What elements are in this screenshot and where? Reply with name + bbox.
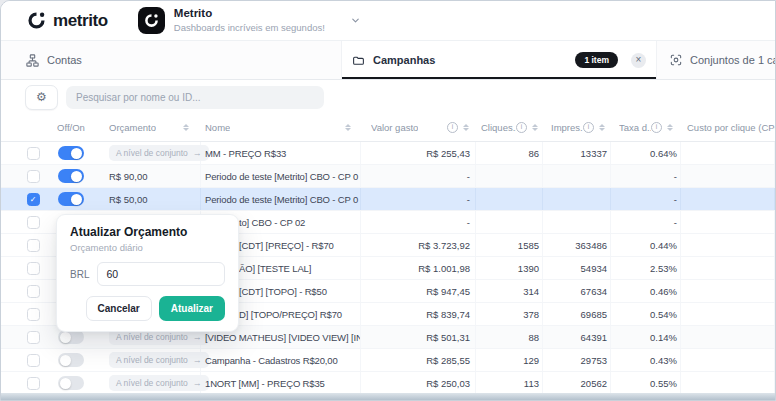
- ctr-cell: 0.64%: [611, 142, 681, 164]
- col-header-label: Taxa d...: [619, 122, 651, 133]
- col-header-label: Valor gasto: [371, 122, 418, 133]
- budget-value[interactable]: R$ 90,00: [109, 171, 148, 182]
- set-level-badge[interactable]: A nível de conjunto→: [109, 352, 209, 368]
- spend-cell: R$ 285,55: [361, 349, 476, 371]
- clicks-cell: 1390: [476, 257, 543, 279]
- info-icon[interactable]: i: [516, 122, 527, 133]
- impressions-cell: 64391: [543, 326, 611, 348]
- row-checkbox[interactable]: [27, 239, 40, 252]
- row-checkbox[interactable]: [27, 147, 40, 160]
- toolbar: ⚙: [1, 80, 775, 114]
- clicks-cell: 113: [476, 372, 543, 394]
- sort-icon[interactable]: [463, 124, 469, 132]
- ctr-cell: -: [611, 165, 681, 187]
- col-header-cpc: Custo por clique (CPC): [681, 114, 775, 141]
- col-header-taxa[interactable]: Taxa d...i: [611, 114, 681, 141]
- row-toggle[interactable]: [58, 192, 84, 206]
- app-window: metrito Metrito Dashboards incríveis em …: [0, 0, 776, 401]
- tab-campanhas[interactable]: Campanhas 1 item ×: [341, 41, 657, 79]
- col-header-off-on: Off/On: [47, 114, 95, 141]
- metrito-logo-icon: [27, 11, 46, 30]
- sort-icon[interactable]: [532, 124, 538, 132]
- workspace-title: Metrito: [174, 7, 325, 21]
- col-header-cliques[interactable]: Cliques...i: [476, 114, 543, 141]
- set-level-badge[interactable]: A nível de conjunto→: [109, 375, 209, 391]
- col-header-nome[interactable]: Nome: [201, 114, 361, 141]
- sort-icon[interactable]: [183, 124, 189, 132]
- clicks-cell: 314: [476, 280, 543, 302]
- ctr-cell: 0.44%: [611, 234, 681, 256]
- row-checkbox[interactable]: [27, 308, 40, 321]
- popup-buttons: Cancelar Atualizar: [70, 296, 225, 321]
- cancel-button[interactable]: Cancelar: [86, 296, 152, 321]
- impressions-cell: [543, 188, 611, 210]
- col-header-valor-gasto[interactable]: Valor gastoi: [361, 114, 476, 141]
- info-icon[interactable]: i: [583, 122, 594, 133]
- spend-cell: -: [361, 211, 476, 233]
- row-toggle[interactable]: [58, 376, 84, 390]
- close-icon[interactable]: ×: [631, 53, 646, 68]
- col-header-select-all: [19, 114, 47, 141]
- sort-icon[interactable]: [667, 124, 673, 132]
- sort-icon[interactable]: [345, 124, 351, 132]
- tab-contas[interactable]: Contas: [25, 41, 82, 79]
- app-header: metrito Metrito Dashboards incríveis em …: [1, 1, 775, 41]
- brand-name: metrito: [53, 11, 108, 31]
- set-level-badge[interactable]: A nível de conjunto→: [109, 145, 209, 161]
- row-toggle[interactable]: [58, 169, 84, 183]
- toggle-knob: [71, 171, 82, 182]
- ctr-cell: 0.55%: [611, 372, 681, 394]
- table-row: A nível de conjunto→Campanha - Cadastros…: [1, 349, 775, 372]
- impressions-cell: 69685: [543, 303, 611, 325]
- clicks-cell: 88: [476, 326, 543, 348]
- campaign-name: MM - PREÇO R$33: [205, 148, 286, 159]
- gear-icon: ⚙: [36, 90, 47, 104]
- col-header-orcamento[interactable]: Orçamento: [95, 114, 201, 141]
- adsets-scan-icon: [669, 53, 683, 67]
- ctr-cell: 0.14%: [611, 326, 681, 348]
- spend-cell: -: [361, 188, 476, 210]
- row-toggle[interactable]: [58, 353, 84, 367]
- info-icon[interactable]: i: [447, 122, 458, 133]
- spend-cell: R$ 250,03: [361, 372, 476, 394]
- sort-icon[interactable]: [599, 124, 605, 132]
- table-row: A nível de conjunto→MM - PREÇO R$33R$ 25…: [1, 142, 775, 165]
- row-checkbox[interactable]: [27, 216, 40, 229]
- col-header-impressoes[interactable]: Impres...i: [543, 114, 611, 141]
- row-checkbox[interactable]: [27, 377, 40, 390]
- horizontal-scrollbar[interactable]: [1, 393, 775, 400]
- popup-title: Atualizar Orçamento: [70, 225, 225, 239]
- workspace-selector[interactable]: Metrito Dashboards incríveis em segundos…: [138, 7, 361, 34]
- row-checkbox[interactable]: [27, 262, 40, 275]
- row-toggle[interactable]: [58, 330, 84, 344]
- row-checkbox[interactable]: [27, 285, 40, 298]
- col-header-label: Impres...: [551, 122, 583, 133]
- clicks-cell: 129: [476, 349, 543, 371]
- row-checkbox[interactable]: ✓: [27, 193, 40, 206]
- chevron-down-icon[interactable]: [350, 15, 361, 26]
- accounts-hierarchy-icon: [25, 53, 40, 68]
- cpc-cell: [681, 188, 775, 210]
- ctr-cell: 2.53%: [611, 257, 681, 279]
- budget-input[interactable]: [97, 262, 225, 286]
- clicks-cell: 86: [476, 142, 543, 164]
- spend-cell: -: [361, 165, 476, 187]
- row-checkbox[interactable]: [27, 170, 40, 183]
- budget-value[interactable]: R$ 50,00: [109, 194, 148, 205]
- spend-cell: R$ 947,45: [361, 280, 476, 302]
- tab-conjuntos[interactable]: Conjuntos de 1 campan: [669, 41, 776, 79]
- toggle-knob: [71, 148, 82, 159]
- cpc-cell: [681, 234, 775, 256]
- row-checkbox[interactable]: [27, 354, 40, 367]
- info-icon[interactable]: i: [651, 122, 662, 133]
- row-toggle[interactable]: [58, 146, 84, 160]
- settings-button[interactable]: ⚙: [25, 85, 58, 110]
- search-input[interactable]: [66, 86, 324, 109]
- col-header-label: Orçamento: [109, 122, 156, 133]
- col-header-label: Nome: [205, 122, 230, 133]
- row-checkbox[interactable]: [27, 331, 40, 344]
- workspace-subtitle: Dashboards incríveis em segundos!: [174, 22, 325, 33]
- update-button[interactable]: Atualizar: [159, 296, 225, 321]
- impressions-cell: [543, 211, 611, 233]
- ctr-cell: -: [611, 211, 681, 233]
